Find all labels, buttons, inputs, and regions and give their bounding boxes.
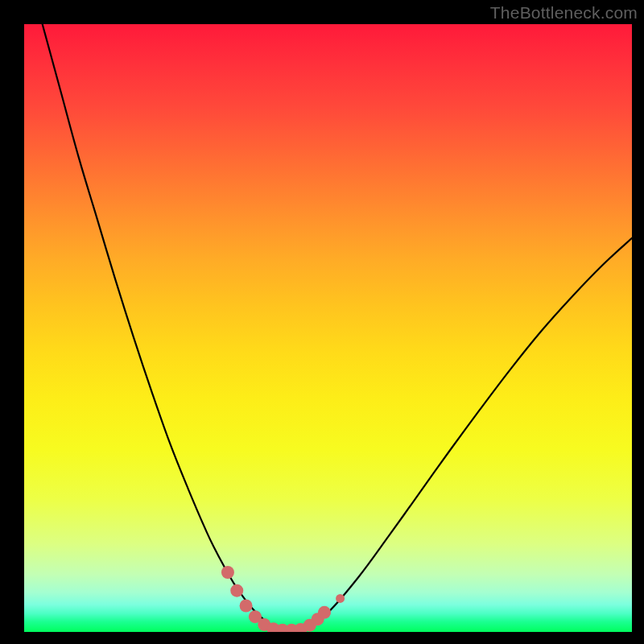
marker-dot [221, 566, 234, 579]
chart-frame: TheBottleneck.com [0, 0, 644, 644]
highlight-markers [24, 24, 632, 632]
marker-dot [336, 594, 345, 603]
marker-dot [230, 584, 243, 597]
plot-area [24, 24, 632, 632]
marker-dot [318, 606, 331, 619]
marker-dot [240, 600, 253, 613]
watermark-text: TheBottleneck.com [490, 3, 638, 23]
